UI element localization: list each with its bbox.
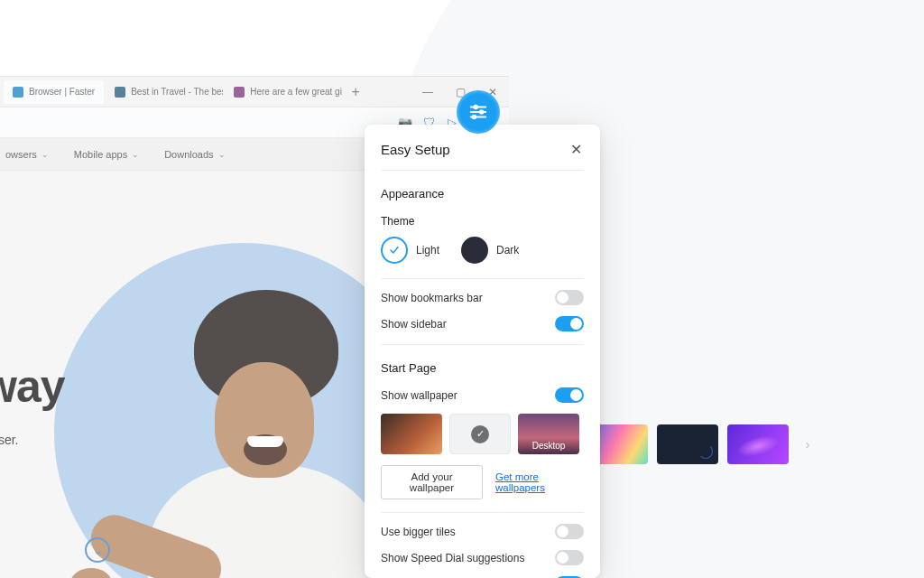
nav-label: owsers: [5, 149, 37, 160]
easy-setup-trigger-button[interactable]: [457, 90, 500, 134]
add-wallpaper-button[interactable]: Add your wallpaper: [381, 465, 483, 499]
hero-subtitle: owser.: [0, 433, 18, 447]
theme-label: Theme: [381, 215, 584, 228]
favicon-icon: [234, 87, 245, 98]
wallpaper-thumb[interactable]: [381, 414, 442, 454]
favicon-icon: [13, 87, 23, 98]
nav-label: Mobile apps: [74, 149, 127, 160]
wallpaper-row: ✓ Desktop: [381, 414, 584, 454]
chevron-down-icon: ⌄: [132, 150, 139, 159]
toggle-speed-dial[interactable]: [555, 550, 584, 565]
section-start-page: Start Page: [381, 361, 584, 375]
toggle-show-bookmarks[interactable]: [555, 290, 584, 305]
theme-dark-label: Dark: [496, 244, 519, 256]
svg-point-3: [480, 110, 484, 114]
row-label: Show sidebar: [381, 318, 447, 331]
new-tab-button[interactable]: +: [344, 80, 367, 104]
close-icon[interactable]: ✕: [568, 141, 584, 157]
row-show-sidebar: Show sidebar: [381, 316, 584, 331]
easy-setup-panel: Easy Setup ✕ Appearance Theme Light Dark…: [365, 125, 600, 578]
theme-light-swatch: [381, 237, 408, 264]
toggle-bigger-tiles[interactable]: [555, 524, 584, 539]
tab-label: Best in Travel - The best plac: [131, 87, 223, 97]
section-appearance: Appearance: [381, 187, 584, 200]
svg-point-5: [473, 116, 476, 119]
check-icon: ✓: [471, 425, 489, 443]
get-more-wallpapers-link[interactable]: Get more wallpapers: [495, 471, 584, 493]
row-label: Show bookmarks bar: [381, 292, 483, 304]
divider: [381, 344, 584, 345]
minimize-button[interactable]: —: [411, 77, 444, 107]
tab-strip: Browser | Faster Best in Travel - The be…: [0, 77, 509, 107]
theme-option-dark[interactable]: Dark: [461, 237, 519, 264]
wallpaper-actions: Add your wallpaper Get more wallpapers: [381, 465, 584, 513]
row-label: Show wallpaper: [381, 389, 457, 402]
nav-label: Downloads: [164, 149, 213, 160]
theme-option-light[interactable]: Light: [381, 237, 439, 264]
carousel-down-button[interactable]: ⌄: [85, 537, 110, 563]
toggle-show-sidebar[interactable]: [555, 316, 584, 331]
check-icon: [388, 244, 401, 256]
panel-header: Easy Setup ✕: [381, 141, 584, 171]
panel-title: Easy Setup: [381, 142, 450, 157]
theme-selector: Light Dark: [381, 237, 584, 279]
row-speed-dial: Show Speed Dial suggestions: [381, 550, 584, 565]
tab-label: Browser | Faster: [29, 87, 95, 97]
sliders-icon: [468, 102, 488, 122]
wallpaper-thumb[interactable]: [727, 424, 789, 464]
wallpaper-thumb[interactable]: [657, 424, 718, 464]
chevron-down-icon: ⌄: [42, 150, 49, 159]
nav-mobile[interactable]: Mobile apps⌄: [74, 149, 139, 160]
favicon-icon: [115, 87, 125, 98]
row-bigger-tiles: Use bigger tiles: [381, 524, 584, 539]
chevron-down-icon: ⌄: [218, 150, 226, 159]
row-label: Use bigger tiles: [381, 526, 456, 538]
svg-point-1: [474, 106, 477, 109]
row-show-bookmarks: Show bookmarks bar: [381, 290, 584, 305]
chevron-right-icon[interactable]: ›: [798, 434, 818, 454]
tab[interactable]: Here are a few great gifts: [225, 80, 342, 104]
row-show-wallpaper: Show wallpaper: [381, 387, 584, 403]
tab[interactable]: Browser | Faster: [4, 80, 104, 104]
wallpaper-label: Desktop: [518, 414, 579, 454]
hero-title: way: [0, 360, 65, 413]
theme-light-label: Light: [416, 244, 439, 256]
tab-label: Here are a few great gifts: [250, 87, 342, 97]
wallpaper-thumb-selected[interactable]: ✓: [449, 414, 511, 454]
nav-downloads[interactable]: Downloads⌄: [164, 149, 225, 160]
row-label: Show Speed Dial suggestions: [381, 552, 524, 564]
toggle-show-wallpaper[interactable]: [555, 387, 584, 403]
hero-person-illustration: [108, 297, 406, 578]
tab[interactable]: Best in Travel - The best plac: [106, 80, 223, 104]
wallpaper-thumb-desktop[interactable]: Desktop: [518, 414, 579, 454]
wallpaper-row-extended: ›: [587, 424, 818, 464]
theme-dark-swatch: [461, 237, 488, 264]
nav-browsers[interactable]: owsers⌄: [5, 149, 49, 160]
